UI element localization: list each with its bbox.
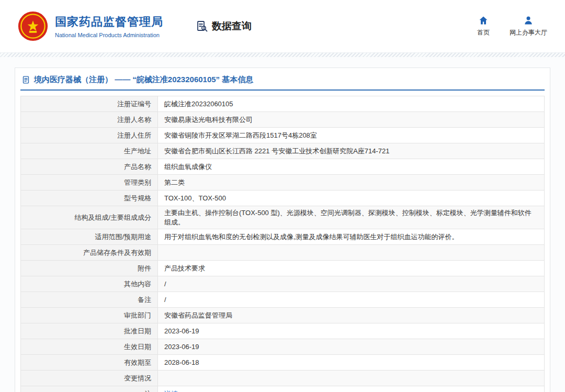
info-panel: 境内医疗器械（注册） —— “皖械注准20232060105” 基本信息 注册证… <box>15 68 550 392</box>
row-label: 注册人名称 <box>21 112 158 128</box>
row-label: 变更情况 <box>21 371 158 386</box>
hatched-divider <box>0 52 565 57</box>
table-row: 变更情况 <box>21 371 545 386</box>
row-value: 安徽省铜陵市开发区翠湖二路西段1517号4栋208室 <box>158 128 545 143</box>
row-label: 生产地址 <box>21 143 158 159</box>
table-row: 备注/ <box>21 292 545 308</box>
row-label: 适用范围/预期用途 <box>21 229 158 245</box>
row-label: 型号规格 <box>21 191 158 206</box>
row-value: 安徽省合肥市蜀山区长江西路 2221 号安徽工业技术创新研究院A座714-721 <box>158 143 545 159</box>
panel-title: 境内医疗器械（注册） —— “皖械注准20232060105” 基本信息 <box>20 73 545 91</box>
row-label: 有效期至 <box>21 355 158 371</box>
national-emblem-logo <box>18 11 48 41</box>
row-value: 产品技术要求 <box>158 261 545 276</box>
table-row: 产品储存条件及有效期 <box>21 245 545 261</box>
data-query-title: 数据查询 <box>196 19 252 33</box>
row-value: 2023-06-19 <box>158 339 545 355</box>
table-row: 其他内容/ <box>21 276 545 292</box>
brand-text: 国家药品监督管理局 National Medical Products Admi… <box>55 14 163 38</box>
user-icon <box>523 15 534 26</box>
row-label: 结构及组成/主要组成成分 <box>21 206 158 229</box>
nav-service-hall-label: 网上办事大厅 <box>510 28 547 37</box>
row-value: 主要由主机、操作控制台(TOX-500 型)、光源模块、空间光调制器、探测模块、… <box>158 206 545 229</box>
home-icon <box>478 15 489 26</box>
row-label: 其他内容 <box>21 276 158 292</box>
table-row: 注册证编号皖械注准20232060105 <box>21 96 545 112</box>
document-icon <box>21 75 30 84</box>
row-label: 生效日期 <box>21 339 158 355</box>
row-label: 审批部门 <box>21 308 158 323</box>
table-row: 生效日期2023-06-19 <box>21 339 545 355</box>
nav-home-label: 首页 <box>477 28 490 37</box>
site-header: 国家药品监督管理局 National Medical Products Admi… <box>0 0 565 52</box>
brand[interactable]: 国家药品监督管理局 National Medical Products Admi… <box>18 11 163 41</box>
row-value: 2023-06-19 <box>158 323 545 339</box>
nav-item-home[interactable]: 首页 <box>477 15 490 37</box>
detail-link[interactable]: 详情 <box>164 390 178 392</box>
row-value: 皖械注准20232060105 <box>158 96 545 112</box>
row-label: 产品储存条件及有效期 <box>21 245 158 261</box>
row-value: 用于对组织血氧饱和度的无创检测以及成像,测量及成像结果可辅助医生对于组织血运功能… <box>158 229 545 245</box>
table-row: 结构及组成/主要组成成分主要由主机、操作控制台(TOX-500 型)、光源模块、… <box>21 206 545 229</box>
row-value: 第二类 <box>158 175 545 191</box>
row-label: 注册证编号 <box>21 96 158 112</box>
row-value: / <box>158 292 545 308</box>
main-content: 境内医疗器械（注册） —— “皖械注准20232060105” 基本信息 注册证… <box>0 57 565 392</box>
row-label: 附件 <box>21 261 158 276</box>
row-value: 安徽易康达光电科技有限公司 <box>158 112 545 128</box>
table-row: 批准日期2023-06-19 <box>21 323 545 339</box>
row-label: ●注 <box>21 386 158 392</box>
table-row: 附件产品技术要求 <box>21 261 545 276</box>
table-row: 有效期至2028-06-18 <box>21 355 545 371</box>
row-value <box>158 245 545 261</box>
row-label: 注册人住所 <box>21 128 158 143</box>
info-table: 注册证编号皖械注准20232060105注册人名称安徽易康达光电科技有限公司注册… <box>20 96 545 392</box>
header-nav: 首页 网上办事大厅 <box>477 15 547 37</box>
row-label: 批准日期 <box>21 323 158 339</box>
row-value: 详情 <box>158 386 545 392</box>
table-row: ●注详情 <box>21 386 545 392</box>
data-query-label: 数据查询 <box>212 19 252 33</box>
page-title: 境内医疗器械（注册） —— “皖械注准20232060105” 基本信息 <box>34 75 253 85</box>
nav-item-service-hall[interactable]: 网上办事大厅 <box>510 15 547 37</box>
row-label: 管理类别 <box>21 175 158 191</box>
row-label: 备注 <box>21 292 158 308</box>
row-value: 安徽省药品监督管理局 <box>158 308 545 323</box>
document-search-icon <box>196 20 208 32</box>
table-row: 适用范围/预期用途用于对组织血氧饱和度的无创检测以及成像,测量及成像结果可辅助医… <box>21 229 545 245</box>
table-row: 注册人名称安徽易康达光电科技有限公司 <box>21 112 545 128</box>
table-row: 审批部门安徽省药品监督管理局 <box>21 308 545 323</box>
org-name-cn: 国家药品监督管理局 <box>55 14 163 30</box>
row-value: 2028-06-18 <box>158 355 545 371</box>
org-name-en: National Medical Products Administration <box>55 32 163 38</box>
info-table-body: 注册证编号皖械注准20232060105注册人名称安徽易康达光电科技有限公司注册… <box>21 96 545 392</box>
table-row: 产品名称组织血氧成像仪 <box>21 159 545 175</box>
row-value: / <box>158 276 545 292</box>
row-value: TOX-100、TOX-500 <box>158 191 545 206</box>
table-row: 管理类别第二类 <box>21 175 545 191</box>
table-row: 生产地址安徽省合肥市蜀山区长江西路 2221 号安徽工业技术创新研究院A座714… <box>21 143 545 159</box>
table-row: 注册人住所安徽省铜陵市开发区翠湖二路西段1517号4栋208室 <box>21 128 545 143</box>
row-value: 组织血氧成像仪 <box>158 159 545 175</box>
row-label: 产品名称 <box>21 159 158 175</box>
row-value <box>158 371 545 386</box>
table-row: 型号规格TOX-100、TOX-500 <box>21 191 545 206</box>
